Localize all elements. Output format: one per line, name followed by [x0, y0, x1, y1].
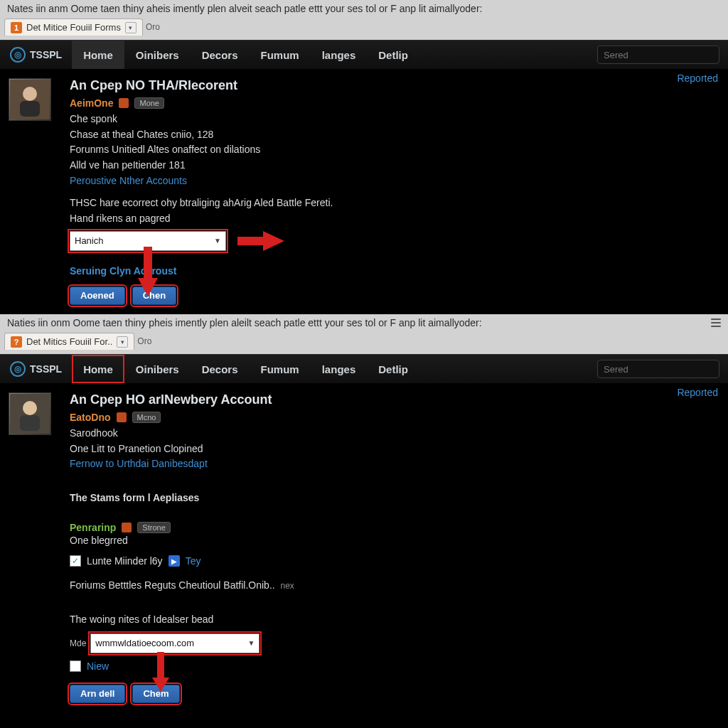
- user-badge: Strone: [137, 522, 170, 533]
- svg-point-10: [23, 401, 37, 415]
- chevron-down-icon: ▼: [247, 639, 255, 647]
- browser-tab[interactable]: 1 Det Mitice Fouiil Forms ▾: [4, 18, 143, 36]
- user-rank-icon: [119, 98, 129, 108]
- tab-drop-icon[interactable]: ▾: [117, 336, 128, 348]
- serving-link[interactable]: Seruing Clyn Accroust: [70, 265, 176, 277]
- nav-label: Decors: [202, 363, 238, 375]
- avatar-col: [9, 392, 63, 703]
- user-rank-icon: [122, 523, 132, 532]
- checkbox-row-1: ✓ Lunte Miinder l6y ▶ Tey: [70, 555, 721, 567]
- checkbox-label: Lunte Miinder l6y: [87, 555, 163, 567]
- thread-title: An Cpep NO THA/Rlecorent: [70, 78, 721, 93]
- avatar-col: [9, 78, 63, 305]
- reported-link[interactable]: Reported: [677, 73, 718, 84]
- byline: EatoDno Mcno: [70, 412, 721, 423]
- browser-tab[interactable]: ? Det Mitics Fouiil For.. ▾: [4, 333, 134, 350]
- fernow-link[interactable]: Fernow to Urthdai Danibesdapt: [70, 458, 208, 469]
- post-body: An Cpep NO THA/Rlecorent AeimOne Mone Ch…: [70, 78, 721, 305]
- search-input[interactable]: [598, 50, 728, 60]
- nav-langes[interactable]: langes: [311, 41, 368, 69]
- nav-items: Home Oinibers Decors Fumum langes Detlip: [72, 41, 419, 69]
- avatar[interactable]: [9, 78, 51, 121]
- nav-fumum[interactable]: Fumum: [250, 355, 311, 383]
- button-row: Aoened Chen: [70, 287, 721, 305]
- search-box[interactable]: [597, 46, 719, 64]
- primary-button[interactable]: Aoened: [70, 287, 125, 305]
- nav-label: Detlip: [378, 363, 408, 375]
- nav-label: langes: [322, 363, 356, 375]
- brand[interactable]: ◎ TSSPL: [0, 361, 72, 377]
- nav-oinibers[interactable]: Oinibers: [124, 41, 191, 69]
- post-content-top: Reported An Cpep NO THA/Rlecorent AeimOn…: [0, 70, 728, 312]
- post-line: Chase at theal Chates cniio, 128: [70, 127, 721, 143]
- brand-text: TSSPL: [30, 363, 62, 375]
- browser-info-text: Naties iin onm Oome taen thiny pheis ime…: [7, 317, 482, 328]
- search-box[interactable]: [597, 360, 719, 378]
- browser-tab-strip-bottom: ? Det Mitics Fouiil For.. ▾ Oro: [0, 333, 728, 354]
- browser-info-text: Nates iin anm Oome taen thiny aheis imen…: [7, 3, 482, 14]
- post-line: One blegrred: [70, 533, 721, 549]
- niew-link[interactable]: Niew: [87, 660, 109, 672]
- combo-value: Hanich: [75, 235, 103, 246]
- nav-detlip[interactable]: Detlip: [367, 355, 419, 383]
- nav-fumum[interactable]: Fumum: [250, 41, 311, 69]
- site-nav-top: ◎ TSSPL Home Oinibers Decors Fumum lange…: [0, 40, 728, 70]
- search-wrap: [597, 360, 728, 378]
- search-input[interactable]: [598, 364, 728, 375]
- reported-link[interactable]: Reported: [677, 387, 718, 398]
- forum-line-suffix: nex: [280, 581, 294, 591]
- nav-home[interactable]: Home: [72, 355, 124, 383]
- nav-label: Home: [83, 363, 113, 375]
- post-line: Forunms Unitiedl Altes onaffect on dilat…: [70, 142, 721, 158]
- avatar[interactable]: [9, 392, 51, 435]
- combo-domain[interactable]: wmmwldatioecoom.com ▼: [90, 633, 259, 653]
- svg-marker-6: [138, 247, 158, 296]
- tab-title: Det Mitice Fouiil Forms: [26, 22, 121, 33]
- svg-marker-12: [152, 652, 169, 692]
- post-line: Che sponk: [70, 112, 721, 127]
- tab-drop-icon[interactable]: ▾: [125, 22, 136, 33]
- nav-home[interactable]: Home: [72, 41, 124, 69]
- nav-decors[interactable]: Decors: [191, 41, 250, 69]
- tey-link[interactable]: Tey: [186, 555, 201, 567]
- user-badge: Mone: [134, 97, 164, 109]
- svg-point-3: [23, 87, 37, 101]
- btn-label: Aoened: [80, 290, 114, 301]
- info-icon[interactable]: ▶: [168, 555, 180, 567]
- tab-favicon-icon: 1: [11, 22, 22, 33]
- nav-decors[interactable]: Decors: [191, 355, 250, 383]
- nav-oinibers[interactable]: Oinibers: [124, 355, 191, 383]
- nav-detlip[interactable]: Detlip: [367, 41, 419, 69]
- nav-label: langes: [322, 49, 356, 61]
- tab-extra-label: Oro: [137, 336, 151, 346]
- byline: AeimOne Mone: [70, 97, 721, 109]
- arrow-right-icon: [237, 231, 284, 251]
- checkbox[interactable]: [70, 660, 81, 672]
- brand-logo-icon: ◎: [10, 47, 26, 63]
- nav-label: Fumum: [261, 49, 299, 61]
- hamburger-icon[interactable]: [711, 318, 721, 327]
- btn-label: Arn dell: [80, 688, 114, 699]
- primary-button[interactable]: Arn dell: [70, 685, 125, 703]
- arrow-down-icon: [138, 247, 158, 296]
- accounts-link[interactable]: Peroustive Nther Accounts: [70, 175, 187, 186]
- username[interactable]: AeimOne: [70, 97, 113, 109]
- combo-label: Mde: [70, 638, 86, 648]
- tab-title: Det Mitics Fouiil For..: [26, 336, 112, 347]
- tab-extra-label: Oro: [146, 22, 160, 32]
- nav-items: Home Oinibers Decors Fumum langes Detlip: [72, 355, 419, 383]
- post-content-bottom: Reported An Cpep HO arlNewbery Account E…: [0, 384, 728, 710]
- nav-langes[interactable]: langes: [311, 355, 368, 383]
- sub-username[interactable]: Penrarinp: [70, 522, 116, 533]
- nav-label: Home: [83, 49, 113, 61]
- forum-line-text: Foriums Betttles Reguts Cheutioul Batfil…: [70, 579, 275, 591]
- tab-favicon-icon: ?: [11, 336, 22, 348]
- checkbox[interactable]: ✓: [70, 555, 81, 567]
- post-line: One Litt to Pranetion Clopined: [70, 441, 721, 457]
- brand[interactable]: ◎ TSSPL: [0, 47, 72, 63]
- post-row: An Cpep HO arlNewbery Account EatoDno Mc…: [9, 392, 721, 703]
- input-note: The woing nites of Idealser bead: [70, 612, 721, 628]
- username[interactable]: EatoDno: [70, 412, 111, 423]
- browser-info-bar-bottom: Naties iin onm Oome taen thiny pheis ime…: [0, 314, 728, 333]
- nav-label: Detlip: [378, 49, 408, 61]
